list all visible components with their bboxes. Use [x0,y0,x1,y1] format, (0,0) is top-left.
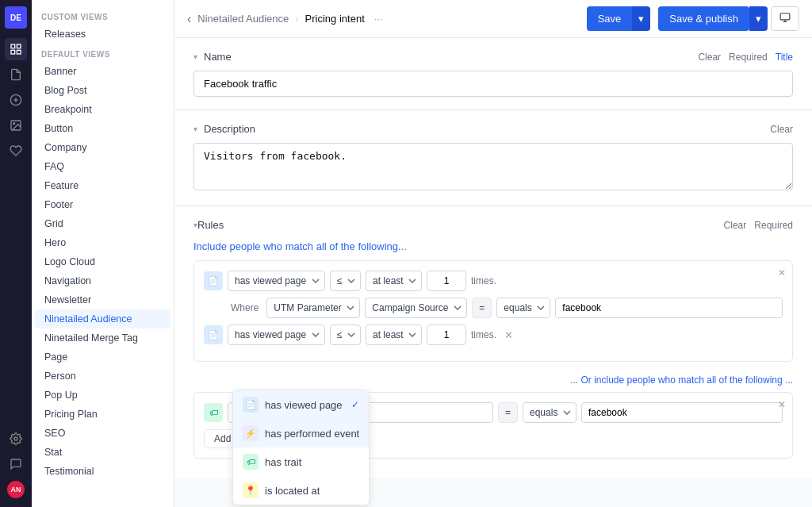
save-publish-button[interactable]: Save & publish [658,6,749,31]
back-button[interactable]: ‹ [187,12,191,26]
name-required-label: Required [729,52,768,63]
rule-1a-comparator-select[interactable]: at least [366,271,422,291]
rule-1a-param-type-select[interactable]: UTM Parameter [266,298,360,318]
rule-group-1-close[interactable]: ✕ [778,267,786,278]
custom-views-label: CUSTOM VIEWS [32,6,174,25]
sidebar-item-ninetailed-merge-tag[interactable]: Ninetailed Merge Tag [35,328,170,348]
nav-settings[interactable] [5,428,27,450]
sidebar-item-releases[interactable]: Releases [35,25,170,44]
dropdown-label-has-trait: has trait [265,456,301,468]
rule-type-dropdown: 📄 has viewed page ✓ ⚡ has performed even… [232,390,370,505]
sidebar-item-navigation[interactable]: Navigation [35,271,170,290]
sidebar-item-person[interactable]: Person [35,367,170,386]
dropdown-label-performed-event: has performed event [265,428,359,440]
nav-content[interactable] [5,38,27,60]
or-include-text: ... Or include people who match all of t… [193,368,793,392]
sidebar-item-footer[interactable]: Footer [35,195,170,214]
description-toggle[interactable]: ▾ [193,125,197,133]
rule-group-2-close[interactable]: ✕ [778,399,786,410]
rule-1a-param-field-select[interactable]: Campaign Source [365,298,467,318]
rule-3-icon: 🏷 [204,403,223,422]
nav-pages[interactable] [5,63,27,86]
rule-1a-icon: 📄 [204,271,223,290]
rule-1b-type-select[interactable]: has viewed page [228,325,325,345]
breadcrumb: Ninetailed Audience [197,13,289,25]
nav-media[interactable] [5,114,27,136]
rules-clear-link[interactable]: Clear [724,220,747,231]
sidebar-item-blog-post[interactable]: Blog Post [35,81,170,100]
dropdown-label-is-located-at: is located at [265,485,320,497]
name-input[interactable] [193,71,793,97]
nav-plugins[interactable] [5,140,27,162]
sidebar-item-seo[interactable]: SEO [35,424,170,443]
dropdown-icon-viewed-page: 📄 [243,397,259,413]
default-views-label: DEFAULT VIEWS [32,44,174,62]
sidebar-item-grid[interactable]: Grid [35,214,170,233]
save-publish-dropdown-button[interactable]: ▾ [749,6,768,31]
sidebar-item-company[interactable]: Company [35,138,170,157]
rule-1b-times-label: times. [471,329,496,340]
save-button[interactable]: Save [587,6,633,31]
dropdown-item-performed-event[interactable]: ⚡ has performed event [233,419,369,447]
sidebar-item-logo-cloud[interactable]: Logo Cloud [35,252,170,271]
rule-1a-count-input[interactable] [427,271,466,291]
rule-1b-comparator-select[interactable]: at least [366,325,422,345]
sidebar-item-pop-up[interactable]: Pop Up [35,386,170,405]
rule-1b-delete-icon[interactable]: ✕ [504,329,513,341]
dropdown-item-is-located-at[interactable]: 📍 is located at [233,476,369,505]
svg-rect-1 [17,44,21,48]
dropdown-item-has-trait[interactable]: 🏷 has trait [233,447,369,476]
rule-3-equals-select[interactable]: equals [523,402,576,423]
topbar-actions: Save ▾ Save & publish ▾ [587,6,799,31]
sidebar-item-banner[interactable]: Banner [35,62,170,81]
sidebar-item-hero[interactable]: Hero [35,233,170,252]
name-clear-link[interactable]: Clear [698,52,721,63]
description-clear-link[interactable]: Clear [770,124,793,135]
sidebar-item-stat[interactable]: Stat [35,443,170,462]
icon-bar: DE AN [0,0,32,507]
sidebar: CUSTOM VIEWS Releases DEFAULT VIEWS Bann… [32,0,174,507]
sidebar-item-pricing-plan[interactable]: Pricing Plan [35,405,170,424]
name-label: Name [204,51,232,63]
description-label: Description [204,123,255,135]
name-toggle[interactable]: ▾ [193,52,197,61]
save-dropdown-button[interactable]: ▾ [632,6,650,31]
description-textarea[interactable]: Visitors from facebook. [193,143,793,190]
sidebar-item-testimonial[interactable]: Testimonial [35,462,170,481]
nav-user[interactable]: AN [5,478,27,501]
rules-section: ▾ Rules Clear Required Include people wh… [174,206,812,478]
dropdown-item-viewed-page[interactable]: 📄 has viewed page ✓ [233,390,369,419]
rules-header: ▾ Rules Clear Required [193,219,793,231]
rule-1a-value-input[interactable] [555,298,783,318]
preview-button[interactable] [771,6,799,31]
rule-1a-type-select[interactable]: has viewed page [228,271,325,291]
sidebar-item-button[interactable]: Button [35,119,170,138]
nav-chat[interactable] [5,453,27,475]
sidebar-item-newsletter[interactable]: Newsletter [35,290,170,309]
main-area: ‹ Ninetailed Audience › Pricing intent ·… [174,0,812,507]
rule-3-value-input[interactable] [581,402,783,423]
sidebar-item-page[interactable]: Page [35,348,170,367]
svg-point-8 [13,123,15,125]
rule-1a-equals-select[interactable]: equals [496,298,550,318]
sidebar-item-breakpoint[interactable]: Breakpoint [35,100,170,119]
where-label-1a: Where [228,298,262,317]
description-section-header: ▾ Description Clear [193,123,793,135]
nav-components[interactable] [5,89,27,111]
sidebar-item-feature[interactable]: Feature [35,176,170,195]
rules-label: Rules [197,219,224,231]
svg-rect-10 [780,13,790,20]
rule-1a-times-label: times. [471,275,496,286]
dropdown-label-viewed-page: has viewed page [265,399,343,411]
topbar: ‹ Ninetailed Audience › Pricing intent ·… [174,0,812,38]
rule-1a-operator-select[interactable]: ≤ [330,271,361,291]
dropdown-check-viewed-page: ✓ [351,399,359,410]
rule-1a-equals-op: = [472,298,492,318]
sidebar-item-ninetailed-audience[interactable]: Ninetailed Audience [35,309,170,328]
rule-1b-operator-select[interactable]: ≤ [330,325,361,345]
svg-point-9 [14,437,17,440]
sidebar-item-faq[interactable]: FAQ [35,157,170,176]
rule-row-1a: 📄 has viewed page ≤ at least times. [204,271,783,291]
more-options-icon[interactable]: ··· [374,13,383,25]
rule-1b-count-input[interactable] [427,325,466,345]
